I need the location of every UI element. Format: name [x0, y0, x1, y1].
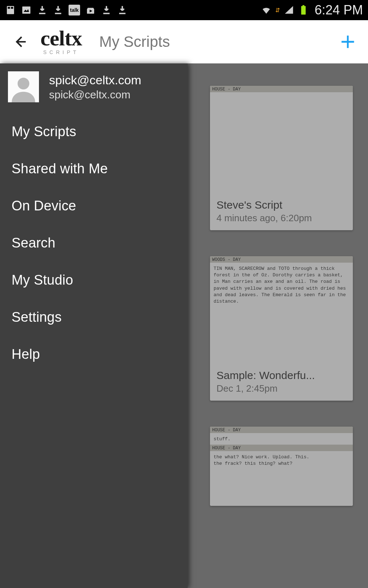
app-header: celtx SCRIPT My Scripts [0, 20, 368, 63]
nav-item-settings[interactable]: Settings [0, 299, 188, 336]
brand-sub: SCRIPT [43, 49, 79, 55]
talk-icon: talk [69, 5, 80, 15]
svg-rect-5 [39, 13, 45, 14]
nav-item-on-device[interactable]: On Device [0, 187, 188, 224]
svg-rect-2 [11, 7, 13, 9]
avatar [8, 71, 39, 102]
svg-point-13 [18, 78, 30, 90]
back-button[interactable] [10, 32, 30, 52]
status-clock: 6:24 PM [315, 3, 363, 18]
svg-rect-8 [103, 13, 110, 14]
play-store-icon [85, 5, 96, 15]
data-sync-icon: ⇵ [275, 7, 280, 14]
nav-item-help[interactable]: Help [0, 336, 188, 373]
nav-item-search[interactable]: Search [0, 224, 188, 262]
android-status-bar: talk ⇵ 6:24 PM [0, 0, 368, 20]
nav-item-my-studio[interactable]: My Studio [0, 262, 188, 299]
signal-icon [284, 5, 294, 15]
page-title: My Scripts [99, 33, 328, 50]
nav-list: My Scripts Shared with Me On Device Sear… [0, 113, 188, 373]
svg-rect-12 [302, 5, 304, 6]
svg-rect-11 [301, 6, 306, 15]
svg-rect-3 [22, 6, 31, 14]
notification-icon [5, 5, 16, 15]
download-icon [37, 5, 48, 15]
svg-rect-9 [119, 13, 126, 14]
download-icon [101, 5, 112, 15]
battery-icon [298, 5, 309, 15]
download-icon [53, 5, 63, 15]
add-button[interactable] [338, 32, 358, 52]
nav-drawer: spick@celtx.com spick@celtx.com My Scrip… [0, 63, 188, 588]
svg-rect-1 [8, 7, 10, 9]
profile-row[interactable]: spick@celtx.com spick@celtx.com [0, 63, 188, 113]
svg-marker-10 [285, 6, 293, 14]
brand-logo: celtx SCRIPT [40, 28, 82, 55]
download-icon [117, 5, 128, 15]
status-right-group: ⇵ 6:24 PM [261, 3, 363, 18]
image-icon [21, 5, 32, 15]
profile-name: spick@celtx.com [49, 73, 141, 87]
nav-item-shared[interactable]: Shared with Me [0, 150, 188, 187]
status-left-group: talk [5, 5, 128, 15]
nav-item-my-scripts[interactable]: My Scripts [0, 113, 188, 150]
wifi-icon [261, 5, 272, 15]
svg-rect-6 [55, 13, 61, 14]
profile-text: spick@celtx.com spick@celtx.com [49, 73, 141, 101]
brand-name: celtx [40, 28, 82, 48]
profile-email: spick@celtx.com [49, 89, 141, 101]
